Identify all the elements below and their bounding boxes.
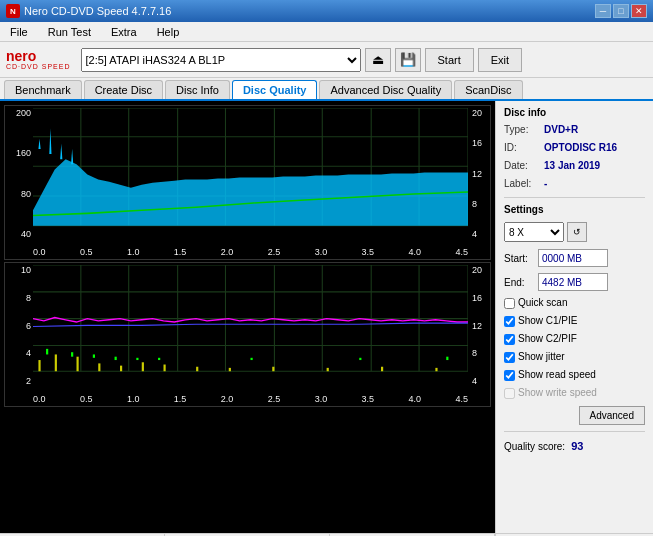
quality-score-value: 93 (571, 440, 583, 452)
menu-help[interactable]: Help (151, 24, 186, 40)
menu-file[interactable]: File (4, 24, 34, 40)
tab-benchmark[interactable]: Benchmark (4, 80, 82, 99)
divider-2 (504, 431, 645, 432)
chart-area: 200 160 80 40 20 16 12 8 4 0.0 0.5 1.0 1… (0, 101, 495, 533)
svg-rect-46 (46, 349, 48, 355)
svg-rect-34 (55, 354, 57, 371)
toolbar: nero CD·DVD SPEED [2:5] ATAPI iHAS324 A … (0, 42, 653, 78)
disc-date-label: Date: (504, 159, 540, 173)
svg-rect-50 (136, 358, 138, 360)
minimize-button[interactable]: ─ (595, 4, 611, 18)
show-write-speed-row: Show write speed (504, 386, 645, 400)
start-label: Start: (504, 253, 534, 264)
disc-date-value: 13 Jan 2019 (544, 159, 600, 173)
svg-rect-51 (158, 358, 160, 360)
show-read-speed-label: Show read speed (518, 368, 596, 382)
chart-top: 200 160 80 40 20 16 12 8 4 0.0 0.5 1.0 1… (4, 105, 491, 260)
drive-selector[interactable]: [2:5] ATAPI iHAS324 A BL1P (81, 48, 361, 72)
x-axis-top: 0.0 0.5 1.0 1.5 2.0 2.5 3.0 3.5 4.0 4.5 (33, 247, 468, 257)
svg-marker-18 (71, 149, 73, 164)
menu-run-test[interactable]: Run Test (42, 24, 97, 40)
title-bar-controls[interactable]: ─ □ ✕ (595, 4, 647, 18)
quick-scan-checkbox[interactable] (504, 298, 515, 309)
svg-rect-36 (98, 363, 100, 371)
divider-1 (504, 197, 645, 198)
window-title: Nero CD-DVD Speed 4.7.7.16 (24, 5, 171, 17)
svg-marker-14 (33, 159, 468, 226)
end-input[interactable] (538, 273, 608, 291)
chart-top-canvas (33, 108, 468, 241)
menu-extra[interactable]: Extra (105, 24, 143, 40)
show-write-speed-checkbox (504, 388, 515, 399)
tab-advanced-disc-quality[interactable]: Advanced Disc Quality (319, 80, 452, 99)
y-axis-left-top: 200 160 80 40 (5, 106, 33, 241)
disc-label-label: Label: (504, 177, 540, 191)
tab-create-disc[interactable]: Create Disc (84, 80, 163, 99)
close-button[interactable]: ✕ (631, 4, 647, 18)
show-jitter-label: Show jitter (518, 350, 565, 364)
show-c2pif-row: Show C2/PIF (504, 332, 645, 346)
maximize-button[interactable]: □ (613, 4, 629, 18)
end-mb-row: End: (504, 273, 645, 291)
disc-type-label: Type: (504, 123, 540, 137)
x-axis-bottom: 0.0 0.5 1.0 1.5 2.0 2.5 3.0 3.5 4.0 4.5 (33, 394, 468, 404)
start-button[interactable]: Start (425, 48, 474, 72)
speed-setting-row: 8 X ↺ (504, 222, 645, 242)
title-bar: N Nero CD-DVD Speed 4.7.7.16 ─ □ ✕ (0, 0, 653, 22)
exit-button[interactable]: Exit (478, 48, 522, 72)
svg-marker-17 (60, 144, 62, 159)
y-axis-right-bottom: 20 16 12 8 4 (470, 263, 490, 388)
show-jitter-row: Show jitter (504, 350, 645, 364)
speed-select[interactable]: 8 X (504, 222, 564, 242)
menu-bar: File Run Test Extra Help (0, 22, 653, 42)
disc-label-value: - (544, 177, 547, 191)
main-content: 200 160 80 40 20 16 12 8 4 0.0 0.5 1.0 1… (0, 101, 653, 533)
svg-rect-38 (142, 362, 144, 371)
disc-date-row: Date: 13 Jan 2019 (504, 159, 645, 173)
svg-rect-40 (196, 367, 198, 371)
svg-rect-52 (251, 358, 253, 360)
disc-info-title: Disc info (504, 107, 645, 118)
show-c1pie-row: Show C1/PIE (504, 314, 645, 328)
disc-type-value: DVD+R (544, 123, 578, 137)
info-panel: Disc info Type: DVD+R ID: OPTODISC R16 D… (495, 101, 653, 533)
show-read-speed-checkbox[interactable] (504, 370, 515, 381)
show-c2pif-checkbox[interactable] (504, 334, 515, 345)
disc-id-row: ID: OPTODISC R16 (504, 141, 645, 155)
show-write-speed-label: Show write speed (518, 386, 597, 400)
disc-type-row: Type: DVD+R (504, 123, 645, 137)
svg-rect-42 (272, 367, 274, 371)
show-c1pie-checkbox[interactable] (504, 316, 515, 327)
save-icon-button[interactable]: 💾 (395, 48, 421, 72)
svg-rect-54 (446, 357, 448, 360)
tab-disc-info[interactable]: Disc Info (165, 80, 230, 99)
start-input[interactable] (538, 249, 608, 267)
svg-rect-49 (115, 357, 117, 360)
svg-rect-53 (359, 358, 361, 360)
tab-disc-quality[interactable]: Disc Quality (232, 80, 318, 99)
tab-scan-disc[interactable]: ScanDisc (454, 80, 522, 99)
svg-rect-47 (71, 352, 73, 356)
y-axis-left-bottom: 10 8 6 4 2 (5, 263, 33, 388)
svg-rect-43 (327, 368, 329, 371)
end-label: End: (504, 277, 534, 288)
title-bar-left: N Nero CD-DVD Speed 4.7.7.16 (6, 4, 171, 18)
quick-scan-row: Quick scan (504, 296, 645, 310)
quality-score-label: Quality score: (504, 441, 565, 452)
advanced-button[interactable]: Advanced (579, 406, 645, 425)
eject-icon-button[interactable]: ⏏ (365, 48, 391, 72)
quality-score-row: Quality score: 93 (504, 440, 645, 452)
svg-rect-48 (93, 354, 95, 357)
show-jitter-checkbox[interactable] (504, 352, 515, 363)
settings-title: Settings (504, 204, 645, 215)
disc-id-label: ID: (504, 141, 540, 155)
app-icon: N (6, 4, 20, 18)
svg-rect-45 (435, 368, 437, 371)
chart-bottom-canvas (33, 265, 468, 388)
svg-marker-16 (49, 128, 51, 154)
svg-rect-35 (77, 357, 79, 372)
svg-rect-44 (381, 367, 383, 371)
svg-rect-39 (164, 365, 166, 372)
chart-bottom: 10 8 6 4 2 20 16 12 8 4 0.0 0.5 1.0 1.5 … (4, 262, 491, 407)
settings-refresh-button[interactable]: ↺ (567, 222, 587, 242)
